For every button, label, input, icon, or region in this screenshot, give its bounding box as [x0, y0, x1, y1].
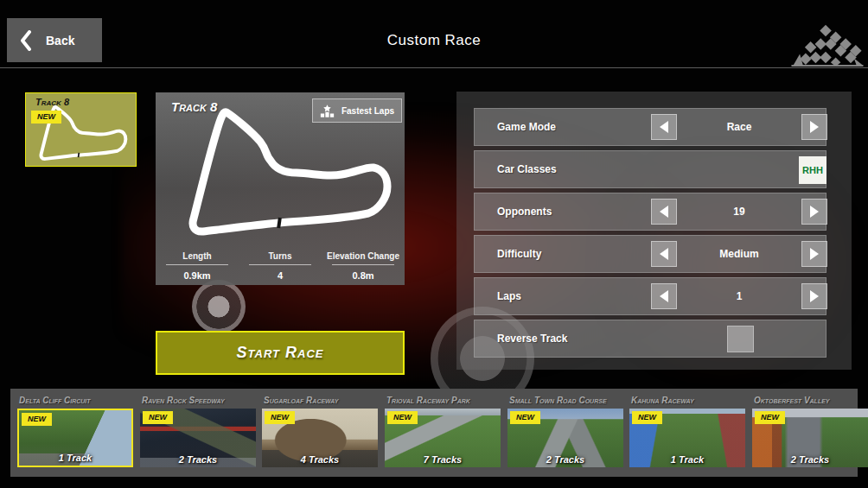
carousel-item-sugarloaf-raceway[interactable]: Sugarloaf Raceway NEW 4 Tracks — [262, 394, 378, 467]
track-count-label: 1 Track — [19, 453, 131, 463]
arrow-left-icon — [660, 206, 668, 218]
track-count-label: 1 Track — [629, 454, 745, 465]
arrow-right-icon — [810, 121, 819, 133]
setting-value: 19 — [677, 206, 801, 218]
new-badge: NEW — [387, 411, 418, 424]
stat-value: 4 — [239, 270, 322, 281]
carousel-item-oktoberfest-valley[interactable]: Oktoberfest Valley NEW 2 Tracks — [752, 394, 868, 467]
start-race-button[interactable]: Start Race — [156, 331, 405, 375]
carousel-track-name: Oktoberfest Valley — [754, 396, 868, 405]
arrow-left-icon — [660, 121, 668, 133]
setting-row-reverse-track: Reverse Track — [474, 320, 827, 358]
carousel-item-delta-cliff-circuit[interactable]: Delta Cliff Circuit NEW 1 Track — [17, 394, 133, 467]
custom-race-screen: Back Custom Race — [0, 0, 868, 488]
setting-row-difficulty: Difficulty Medium — [474, 235, 827, 273]
stat-value: 0.9km — [156, 270, 239, 281]
stat-divider — [249, 264, 311, 265]
carousel-track-name: Small Town Road Course — [509, 396, 623, 405]
setting-label: Game Mode — [497, 121, 556, 133]
setting-label: Car Classes — [497, 163, 557, 175]
arrow-right-icon — [810, 248, 819, 260]
fastest-laps-label: Fastest Laps — [341, 106, 394, 116]
carousel-track-name: Delta Cliff Circuit — [19, 396, 133, 405]
laps-next-button[interactable] — [801, 283, 827, 309]
stat-label: Turns — [239, 251, 322, 261]
new-badge: NEW — [143, 411, 173, 424]
carousel-thumbnail[interactable]: NEW 7 Tracks — [385, 409, 501, 467]
setting-row-opponents: Opponents 19 — [474, 193, 827, 231]
carousel-item-small-town-road-course[interactable]: Small Town Road Course NEW 2 Tracks — [507, 394, 623, 467]
arrow-left-icon — [660, 290, 668, 302]
stat-value: 0.8m — [322, 270, 405, 281]
background-wheel — [192, 280, 246, 333]
stat-length: Length 0.9km — [156, 251, 239, 281]
setting-label: Opponents — [497, 206, 552, 218]
podium-icon — [320, 105, 335, 117]
track-stats: Length 0.9km Turns 4 Elevation Change 0.… — [156, 251, 405, 281]
stat-turns: Turns 4 — [239, 251, 322, 281]
new-badge: NEW — [31, 111, 61, 124]
top-bar: Back Custom Race — [0, 0, 868, 68]
track-count-label: 2 Tracks — [140, 454, 256, 465]
setting-value: 1 — [677, 290, 801, 302]
carousel-track-name: Sugarloaf Raceway — [264, 396, 378, 405]
stat-elevation: Elevation Change 0.8m — [322, 251, 405, 281]
stat-divider — [166, 264, 228, 265]
game-mode-next-button[interactable] — [801, 114, 827, 140]
carousel-thumbnail[interactable]: NEW 1 Track — [17, 409, 133, 467]
car-class-badge[interactable]: RHH — [799, 156, 827, 184]
difficulty-next-button[interactable] — [801, 241, 827, 267]
selected-track-thumbnail[interactable]: Track 8 NEW — [25, 92, 137, 167]
setting-label: Reverse Track — [497, 333, 567, 345]
game-mode-prev-button[interactable] — [651, 114, 677, 140]
carousel-thumbnail[interactable]: NEW 2 Tracks — [507, 409, 623, 467]
difficulty-prev-button[interactable] — [651, 241, 677, 267]
setting-row-game-mode: Game Mode Race — [474, 108, 827, 146]
carousel-thumbnail[interactable]: NEW 2 Tracks — [752, 409, 868, 467]
opponents-next-button[interactable] — [801, 199, 827, 225]
opponents-prev-button[interactable] — [651, 199, 677, 225]
new-badge: NEW — [265, 411, 295, 424]
track-count-label: 7 Tracks — [385, 454, 501, 465]
checkered-flag-icon — [787, 19, 866, 67]
track-carousel: Delta Cliff Circuit NEW 1 Track Raven Ro… — [10, 389, 858, 477]
new-badge: NEW — [632, 411, 662, 424]
carousel-track-name: Kahuna Raceway — [631, 396, 745, 405]
arrow-right-icon — [810, 206, 819, 218]
carousel-item-kahuna-raceway[interactable]: Kahuna Raceway NEW 1 Track — [629, 394, 745, 467]
carousel-thumbnail[interactable]: NEW 4 Tracks — [262, 409, 378, 467]
setting-value: Medium — [677, 248, 801, 260]
new-badge: NEW — [755, 411, 785, 424]
track-count-label: 2 Tracks — [507, 454, 623, 465]
track-count-label: 2 Tracks — [752, 454, 868, 465]
arrow-right-icon — [810, 290, 819, 302]
race-settings-panel: Game Mode Race Car Classes RHH Opponents… — [456, 92, 852, 370]
setting-value: Race — [677, 121, 801, 133]
setting-label: Difficulty — [497, 248, 541, 260]
stat-label: Elevation Change — [322, 251, 405, 261]
carousel-thumbnail[interactable]: NEW 1 Track — [629, 409, 745, 467]
carousel-item-trioval-raceway-park[interactable]: Trioval Raceway Park NEW 7 Tracks — [385, 394, 501, 467]
new-badge: NEW — [510, 411, 540, 424]
setting-row-laps: Laps 1 — [474, 277, 827, 315]
track-detail-panel: Track 8 Fastest Laps Length 0.9km Turns … — [156, 92, 405, 285]
thumbnail-track-name: Track 8 — [35, 97, 69, 107]
carousel-item-raven-rock-speedway[interactable]: Raven Rock Speedway NEW 2 Tracks — [140, 394, 256, 467]
arrow-left-icon — [660, 248, 668, 260]
new-badge: NEW — [22, 413, 52, 426]
carousel-thumbnail[interactable]: NEW 2 Tracks — [140, 409, 256, 467]
reverse-track-checkbox[interactable] — [727, 326, 754, 352]
carousel-track-name: Trioval Raceway Park — [386, 396, 501, 405]
stat-divider — [332, 264, 394, 265]
track-title: Track 8 — [171, 99, 217, 114]
stat-label: Length — [156, 251, 239, 261]
setting-label: Laps — [497, 290, 521, 302]
setting-row-car-classes[interactable]: Car Classes RHH — [474, 150, 827, 188]
carousel-track-name: Raven Rock Speedway — [142, 396, 256, 405]
fastest-laps-button[interactable]: Fastest Laps — [312, 98, 402, 123]
track-count-label: 4 Tracks — [262, 454, 378, 465]
page-title: Custom Race — [0, 32, 868, 49]
laps-prev-button[interactable] — [651, 283, 677, 309]
